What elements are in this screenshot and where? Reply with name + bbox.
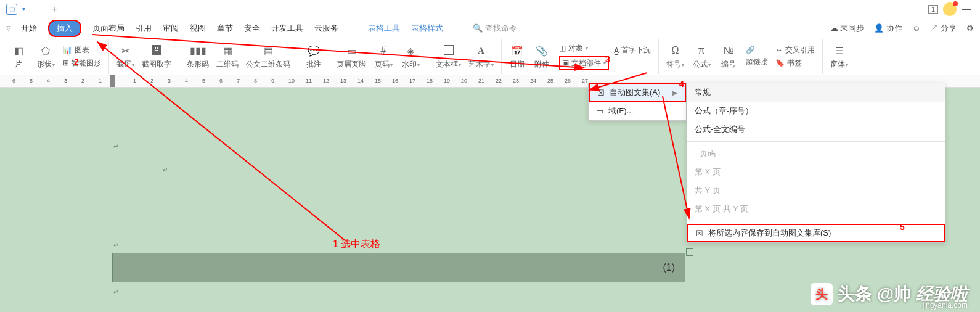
ribbon-hyperlink[interactable]: 超链接 [746, 57, 768, 67]
ruler-tick: 10 [288, 78, 295, 84]
ruler-tick: 12 [323, 78, 329, 84]
docparts-dropdown: ☒ 自动图文集(A) ▶ ▭ 域(F)... [588, 83, 687, 121]
command-search[interactable]: 🔍 查找命令 [473, 23, 517, 34]
submenu-formula-full[interactable]: 公式-全文编号 [687, 120, 945, 139]
tab-pagelayout[interactable]: 页面布局 [92, 23, 125, 34]
ruler-tick: 9 [271, 78, 274, 84]
ribbon-crossref[interactable]: ↔交叉引用 [775, 45, 815, 55]
ribbon-comment[interactable]: 💬 批注 [298, 39, 325, 74]
headerfooter-icon: ▭ [344, 43, 359, 58]
ribbon-date[interactable]: 📅 日期 [501, 39, 528, 74]
ruler-tick: 6 [12, 78, 15, 84]
ribbon-wordart[interactable]: 𝐀 艺术字▾ [465, 39, 497, 74]
ribbon-qrcode[interactable]: ▦ 二维码 [213, 39, 242, 74]
shape-fragment-icon: ◧ [11, 43, 26, 58]
ribbon-object-stack: ◫对象▾ ▣文档部件▾ [555, 43, 613, 70]
save-autotext-icon: ☒ [696, 229, 703, 238]
ruler-tick: 2 [81, 78, 84, 84]
tab-chapter[interactable]: 章节 [217, 23, 233, 34]
new-tab-button[interactable]: + [49, 4, 60, 15]
menu-field[interactable]: ▭ 域(F)... [589, 102, 686, 120]
watermark: 头 头条 @帅 经验啦 jingyanla.com [811, 282, 968, 306]
tab-review[interactable]: 审阅 [163, 23, 179, 34]
ribbon-watermark[interactable]: ◈ 水印▾ [397, 39, 424, 74]
submenu-save-selection[interactable]: ☒ 将所选内容保存到自动图文集库(S) [687, 224, 945, 242]
menubar-chevron-icon[interactable]: ▽ [6, 25, 11, 31]
settings-icon[interactable]: ⚙ [966, 23, 974, 33]
ribbon-pagenum[interactable]: # 页码▾ [370, 39, 397, 74]
object-icon: ◫ [559, 44, 566, 52]
ruler-tick: 26 [565, 78, 571, 84]
tab-insert[interactable]: 插入 [48, 20, 81, 37]
ruler-tick: 8 [254, 78, 257, 84]
tab-view[interactable]: 视图 [190, 23, 206, 34]
table-resize-handle[interactable] [686, 248, 693, 256]
tab-chevron-icon[interactable]: ▾ [22, 6, 25, 12]
ribbon-equation[interactable]: π 公式▾ [688, 39, 715, 74]
ribbon-hyperlink-icon[interactable]: 🔗 [746, 46, 768, 54]
smile-icon[interactable]: ☺ [912, 23, 920, 33]
submenu-pagenum[interactable]: - 页码 - [687, 144, 945, 163]
ribbon-number[interactable]: № 编号 [715, 39, 742, 74]
ribbon-attachment[interactable]: 📎 附件 [528, 39, 555, 74]
ribbon-barcode[interactable]: ▮▮▮ 条形码 [179, 39, 213, 74]
ribbon-dropcap-stack: A̲首字下沉 [610, 45, 655, 68]
tab-security[interactable]: 安全 [244, 23, 260, 34]
screenshot-icon: ✂ [118, 43, 133, 58]
user-avatar[interactable] [943, 2, 957, 16]
window-count-badge[interactable]: 1 [928, 5, 938, 14]
selected-table[interactable]: (1) [112, 253, 685, 282]
minimize-button[interactable]: — [962, 4, 974, 15]
ribbon-form[interactable]: ☰ 窗体▾ [822, 39, 852, 74]
ribbon-screenshot[interactable]: ✂ 截屏▾ [108, 39, 138, 74]
ribbon-shapes[interactable]: ⬠ 形状▾ [32, 39, 59, 74]
ruler-tick: 18 [427, 78, 433, 84]
watermark-url: jingyanla.com [923, 301, 968, 310]
share-button[interactable]: ↗ 分享 [930, 23, 957, 34]
ruler-tick: 20 [461, 78, 467, 84]
ribbon-chart[interactable]: 📊图表 [63, 45, 101, 55]
ribbon-docparts[interactable]: ▣文档部件▾ [559, 56, 609, 70]
tab-reference[interactable]: 引用 [136, 23, 152, 34]
submenu-formula-chapter[interactable]: 公式（章-序号） [687, 102, 945, 120]
titlebar-right: 1 — [928, 2, 974, 16]
form-icon: ☰ [832, 43, 847, 58]
menu-autotext[interactable]: ☒ 自动图文集(A) ▶ [589, 83, 686, 102]
ruler-tick: 5 [202, 78, 205, 84]
ribbon-ocr[interactable]: 🅰 截图取字 [138, 39, 175, 74]
ocr-icon: 🅰 [149, 43, 164, 58]
tab-start[interactable]: 开始 [21, 23, 37, 34]
submenu-pagexy[interactable]: 第 X 页 共 Y 页 [687, 200, 945, 218]
ribbon-bookmark[interactable]: 🔖书签 [775, 58, 815, 68]
ribbon-fragment[interactable]: ◧ 片 [5, 39, 32, 74]
submenu-pagey[interactable]: 共 Y 页 [687, 181, 945, 200]
tab-tabletools[interactable]: 表格工具 [368, 23, 400, 34]
ribbon-symbol[interactable]: Ω 符号▾ [658, 39, 688, 74]
ruler-tick: 21 [478, 78, 484, 84]
ribbon-pdf417[interactable]: ▤ 公文二维条码 [242, 39, 294, 74]
ruler-tick: 2 [150, 78, 153, 84]
ruler-tick: 15 [375, 78, 381, 84]
ribbon-object[interactable]: ◫对象▾ [559, 43, 609, 54]
ribbon-link-stack: 🔗 超链接 [742, 46, 772, 67]
ribbon-dropcap[interactable]: A̲首字下沉 [614, 45, 651, 55]
collab-button[interactable]: 👤 协作 [874, 23, 902, 34]
docparts-icon: ▣ [562, 59, 569, 67]
sync-status[interactable]: ☁ 未同步 [830, 23, 865, 34]
ruler-tick: 25 [547, 78, 553, 84]
crossref-icon: ↔ [775, 46, 783, 54]
symbol-icon: Ω [668, 43, 683, 58]
tab-cloud[interactable]: 云服务 [314, 23, 338, 34]
app-tab-icon[interactable]: ▢ [6, 4, 17, 15]
chart-icon: 📊 [63, 46, 72, 54]
ruler-tick: 14 [357, 78, 364, 84]
ribbon-headerfooter[interactable]: ▭ 页眉页脚 [329, 39, 370, 74]
ribbon-textbox[interactable]: 🅃 文本框▾ [428, 39, 465, 74]
ribbon-ref-stack: ↔交叉引用 🔖书签 [772, 45, 819, 68]
annotation-num5: 5 [900, 222, 905, 232]
tab-tablestyle[interactable]: 表格样式 [411, 23, 443, 34]
submenu-pagex[interactable]: 第 X 页 [687, 163, 945, 181]
ribbon-smartart[interactable]: ⊞智能图形 [63, 58, 101, 68]
ruler-margin-marker[interactable] [110, 75, 115, 88]
tab-devtools[interactable]: 开发工具 [271, 23, 303, 34]
